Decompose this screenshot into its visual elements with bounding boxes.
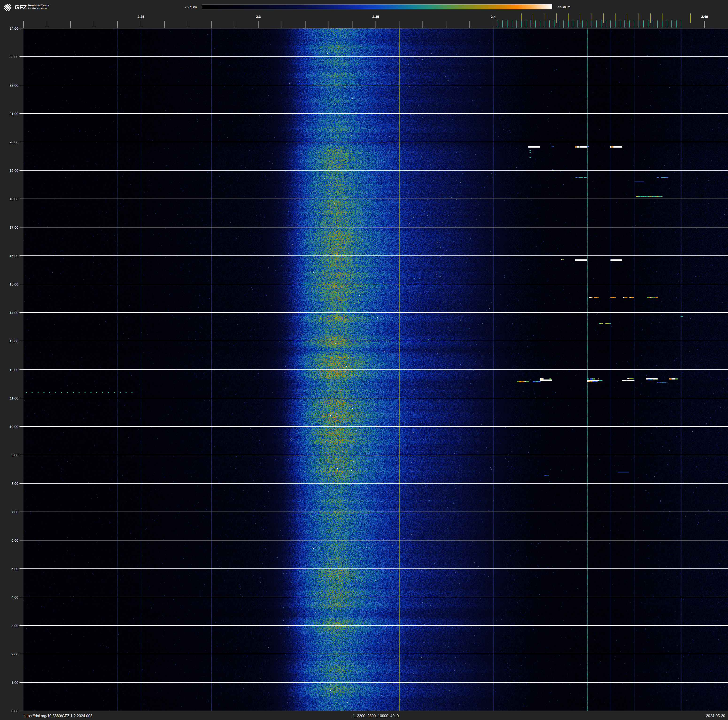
freq-tick-label: 2.4 (491, 15, 496, 18)
ble-channel-tick (587, 20, 587, 28)
time-label: 17:00 (2, 225, 18, 229)
time-tick (20, 199, 23, 199)
time-label: 10:00 (2, 424, 18, 428)
freq-tick (470, 21, 470, 28)
freq-tick-label: 2.3 (256, 15, 261, 18)
wifi-channel-tick (650, 14, 651, 23)
ble-channel-tick (535, 20, 536, 28)
ble-channel-tick (512, 20, 512, 28)
hour-gridline (23, 142, 728, 142)
freq-tick (376, 21, 376, 28)
time-label: 12:00 (2, 368, 18, 372)
hour-gridline (23, 426, 728, 427)
colorbar-wrap: -75 dBm -55 dBm (0, 0, 728, 13)
time-label: 19:00 (2, 169, 18, 173)
time-label: 9:00 (2, 453, 18, 457)
hour-gridline (23, 568, 728, 569)
wifi-channel-tick (627, 14, 627, 23)
time-label: 2:00 (2, 652, 18, 656)
freq-tick (117, 21, 118, 28)
ble-channel-tick (667, 20, 667, 28)
time-tick (20, 312, 23, 313)
time-tick (20, 85, 23, 85)
hour-gridline (23, 398, 728, 398)
hour-gridline (23, 654, 728, 654)
hour-gridline (23, 625, 728, 626)
time-tick (20, 625, 23, 626)
time-tick (20, 426, 23, 427)
time-label: 8:00 (2, 481, 18, 485)
freq-tick-label: 2.25 (138, 15, 144, 18)
time-tick (20, 341, 23, 341)
time-tick (20, 654, 23, 654)
freq-tick (399, 21, 399, 28)
ble-channel-tick (606, 20, 606, 28)
freq-tick (23, 21, 24, 28)
ble-channel-tick (634, 20, 634, 28)
ble-channel-tick (629, 20, 630, 28)
ble-channel-tick (615, 20, 615, 28)
freq-tick (94, 21, 94, 28)
time-label: 15:00 (2, 282, 18, 286)
time-tick (20, 483, 23, 484)
time-label: 22:00 (2, 83, 18, 87)
hour-gridline (23, 597, 728, 597)
time-label: 24:00 (2, 26, 18, 30)
ble-channel-tick (526, 20, 526, 28)
ble-channel-tick (610, 20, 611, 28)
freq-tick (211, 21, 212, 28)
hour-gridline (23, 256, 728, 256)
ble-channel-tick (563, 20, 564, 28)
ble-channel-tick (559, 20, 559, 28)
freq-tick (422, 21, 423, 28)
hour-gridline (23, 227, 728, 227)
time-tick (20, 682, 23, 683)
date-label: 2024-05-20 (706, 714, 725, 718)
hour-gridline (23, 113, 728, 114)
ble-channel-tick (592, 20, 592, 28)
ble-channel-tick (578, 20, 578, 28)
ble-channel-tick (662, 20, 662, 28)
hour-gridline (23, 512, 728, 512)
ble-channel-tick (620, 20, 620, 28)
hour-gridline (23, 28, 728, 28)
colorbar-gradient (202, 4, 552, 9)
time-label: 5:00 (2, 567, 18, 571)
ble-channel-tick (596, 20, 597, 28)
time-label: 3:00 (2, 623, 18, 627)
ble-channel-tick (648, 20, 648, 28)
freq-tick (281, 21, 282, 28)
time-label: 6:00 (2, 538, 18, 542)
ble-channel-tick (643, 20, 644, 28)
ble-channel-tick (521, 20, 522, 28)
doi-link[interactable]: https://doi.org/10.5880/GFZ.1.2.2024.003 (23, 714, 93, 718)
time-tick (20, 455, 23, 455)
hour-gridline (23, 57, 728, 57)
ble-channel-tick (516, 20, 517, 28)
ble-channel-tick (502, 20, 503, 28)
time-tick (20, 227, 23, 227)
hour-gridline (23, 483, 728, 484)
spectrogram-page: GFZ Helmholtz Centre for Geosciences -75… (0, 0, 728, 720)
time-label: 23:00 (2, 55, 18, 59)
time-label: 4:00 (2, 595, 18, 599)
time-label: 7:00 (2, 510, 18, 514)
footer-bar: https://doi.org/10.5880/GFZ.1.2.2024.003… (0, 712, 728, 720)
time-label: 1:00 (2, 680, 18, 684)
freq-tick (305, 21, 306, 28)
hour-gridline (23, 284, 728, 284)
ble-channel-tick (681, 20, 681, 28)
hour-gridline (23, 312, 728, 313)
time-tick (20, 540, 23, 541)
time-label: 18:00 (2, 197, 18, 201)
ble-channel-tick (554, 20, 554, 28)
time-tick (20, 284, 23, 284)
colorbar-min-label: -75 dBm (184, 5, 197, 9)
time-tick (20, 711, 23, 711)
ble-channel-tick (573, 20, 573, 28)
time-tick (20, 568, 23, 569)
freq-tick (70, 21, 71, 28)
hour-gridline (23, 199, 728, 199)
time-label: 13:00 (2, 339, 18, 343)
freq-tick (258, 21, 258, 28)
